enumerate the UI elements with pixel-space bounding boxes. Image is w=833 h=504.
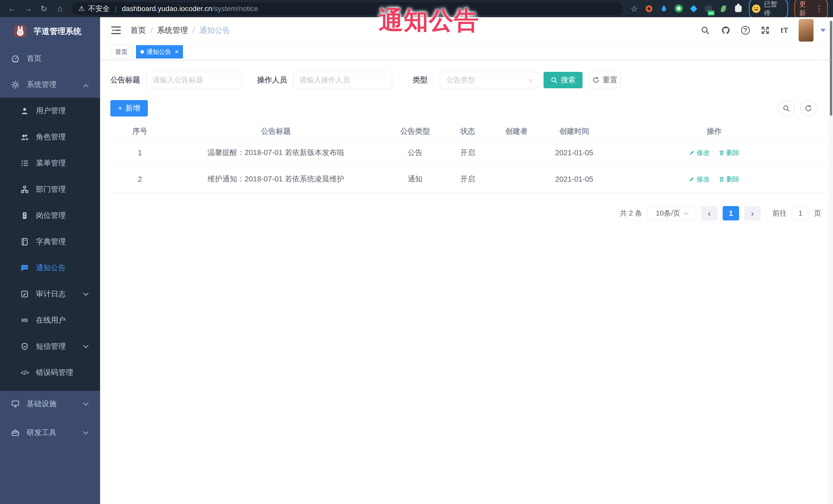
sidebar-item-home[interactable]: 首页 (0, 45, 100, 72)
prev-page-button[interactable]: ‹ (701, 206, 717, 220)
address-divider: | (115, 5, 117, 13)
next-page-button[interactable]: › (744, 206, 761, 220)
table-header-row: 序号 公告标题 公告类型 状态 创建者 创建时间 操作 (110, 123, 825, 140)
sidebar-item-audit-log[interactable]: 审计日志 (0, 281, 100, 307)
goto-page-input[interactable] (792, 206, 809, 220)
sidebar-item-sms[interactable]: 短信管理 (0, 333, 100, 360)
menu-list-icon (20, 159, 29, 168)
sidebar-item-system[interactable]: 系统管理 (0, 72, 100, 98)
extension-on-icon[interactable]: on (704, 4, 713, 13)
chevron-down-icon (83, 343, 89, 348)
sidebar-item-label: 角色管理 (36, 132, 66, 142)
sidebar-item-error-codes[interactable]: </> 错误码管理 (0, 360, 100, 386)
column-header: 创建时间 (545, 126, 603, 137)
refresh-table-button[interactable] (800, 100, 816, 117)
sidebar-collapse-icon[interactable] (110, 25, 122, 36)
tag-label: 首页 (115, 48, 127, 56)
sidebar-item-label: 审计日志 (36, 289, 66, 299)
sidebar-item-label: 用户管理 (36, 106, 66, 116)
chevron-down-icon (83, 290, 89, 296)
browser-home-icon[interactable]: ⌂ (53, 3, 67, 15)
show-search-toggle-button[interactable] (778, 100, 794, 117)
extension-green-circle-icon[interactable] (674, 4, 683, 13)
extension-gem-icon[interactable] (689, 4, 698, 13)
sidebar-item-label: 短信管理 (36, 341, 66, 352)
edit-pencil-icon (689, 176, 695, 182)
trash-icon (718, 176, 725, 182)
user-avatar[interactable] (799, 19, 813, 42)
search-button[interactable]: 搜索 (544, 72, 582, 88)
column-header: 序号 (110, 126, 169, 137)
browser-reload-icon[interactable]: ↻ (37, 3, 51, 15)
breadcrumb-home[interactable]: 首页 (130, 25, 146, 36)
operator-filter-input[interactable] (293, 72, 392, 88)
browser-menu-kebab-icon[interactable]: ⋮ (815, 5, 823, 13)
sidebar-item-users[interactable]: 用户管理 (0, 98, 100, 124)
extensions-puzzle-icon[interactable] (734, 4, 743, 13)
extension-orange-icon[interactable] (645, 4, 653, 13)
tag-close-icon[interactable]: × (175, 48, 178, 56)
browser-back-icon[interactable]: ← (5, 3, 19, 15)
total-count: 共 2 条 (620, 208, 642, 218)
github-icon[interactable] (721, 25, 731, 35)
extension-drop-icon[interactable] (660, 4, 668, 13)
operator-filter-label: 操作人员 (257, 75, 287, 85)
sidebar-item-label: 研发工具 (27, 428, 56, 438)
search-icon[interactable] (700, 25, 710, 35)
browser-update-button[interactable]: 更新 ⋮ (794, 0, 828, 20)
edit-link[interactable]: 修改 (689, 148, 710, 157)
font-size-icon[interactable]: tT (781, 26, 788, 34)
sidebar-item-online-users[interactable]: 在线用户 (0, 307, 100, 333)
edit-link[interactable]: 修改 (689, 175, 710, 184)
sidebar-item-infrastructure[interactable]: 基础设施 (0, 391, 100, 417)
monitor-icon (11, 399, 20, 409)
browser-forward-icon[interactable]: → (21, 3, 35, 15)
breadcrumb: 首页 / 系统管理 / 通知公告 (130, 25, 230, 36)
type-select-placeholder: 公告类型 (446, 75, 475, 85)
sidebar-item-label: 字典管理 (36, 237, 66, 247)
scrollbar-thumb[interactable] (830, 21, 832, 116)
chevron-down-icon (684, 211, 689, 215)
breadcrumb-system[interactable]: 系统管理 (157, 25, 188, 36)
extension-sprout-icon[interactable] (719, 4, 728, 13)
tag-home[interactable]: 首页 (110, 45, 133, 58)
edit-pencil-icon (689, 150, 695, 156)
current-page-button[interactable]: 1 (723, 206, 739, 220)
add-button[interactable]: + 新增 (110, 100, 148, 117)
delete-link[interactable]: 删除 (718, 175, 740, 184)
sidebar-item-posts[interactable]: 岗位管理 (0, 202, 100, 229)
sidebar-item-roles[interactable]: 角色管理 (0, 124, 100, 150)
reset-button[interactable]: 重置 (589, 72, 620, 88)
cell-title: 维护通知：2018-07-01 若依系统凌晨维护 (169, 174, 382, 184)
sidebar-item-menus[interactable]: 菜单管理 (0, 150, 100, 176)
notice-table: 序号 公告标题 公告类型 状态 创建者 创建时间 操作 1 温馨提醒：2018-… (110, 123, 825, 192)
cell-created-at: 2021-01-05 (545, 175, 603, 184)
page-scrollbar[interactable] (829, 17, 833, 504)
page-size-select[interactable]: 10条/页 (647, 206, 696, 221)
browser-profile-button[interactable]: 已暂停 (749, 0, 788, 20)
sidebar: 芋道管理系统 首页 系统管理 用户管理 (0, 17, 100, 504)
title-filter-label: 公告标题 (110, 75, 140, 85)
tag-notice[interactable]: 通知公告 × (136, 45, 183, 58)
fullscreen-icon[interactable] (760, 25, 770, 35)
sidebar-item-notice[interactable]: 通知公告 (0, 255, 100, 281)
sidebar-item-label: 部门管理 (36, 184, 66, 194)
sidebar-item-dev-tools[interactable]: 研发工具 (0, 419, 100, 446)
not-secure-warning-icon: ⚠ (78, 5, 85, 13)
address-bar[interactable]: ⚠ 不安全 | dashboard.yudao.iocoder.cn/syste… (71, 2, 623, 15)
shield-icon (20, 342, 29, 351)
sidebar-item-label: 错误码管理 (36, 367, 73, 378)
book-icon (20, 237, 29, 246)
title-filter-input[interactable] (146, 72, 242, 88)
sidebar-item-departments[interactable]: 部门管理 (0, 176, 100, 202)
help-icon[interactable]: ? (741, 26, 750, 34)
delete-link[interactable]: 删除 (718, 148, 740, 157)
breadcrumb-separator: / (192, 26, 194, 34)
app-logo[interactable]: 芋道管理系统 (0, 17, 100, 45)
update-label: 更新 (799, 0, 811, 18)
tags-view-bar: 首页 通知公告 × (100, 44, 833, 60)
type-select[interactable]: 公告类型 (440, 72, 538, 88)
sidebar-item-dictionary[interactable]: 字典管理 (0, 229, 100, 255)
bookmark-star-icon[interactable]: ☆ (630, 4, 639, 13)
avatar-caret-down-icon[interactable] (820, 29, 826, 32)
